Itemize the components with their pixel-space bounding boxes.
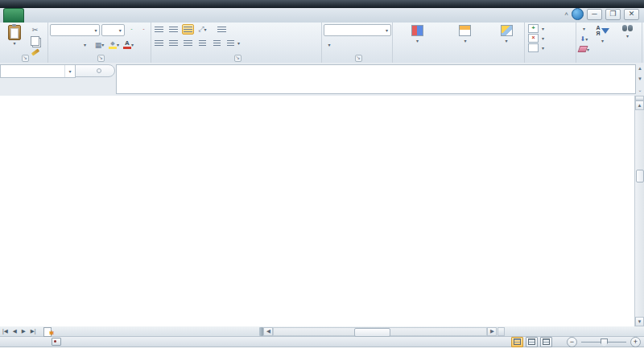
format-cells-button[interactable]: ▾ bbox=[526, 43, 574, 52]
bold-button[interactable] bbox=[50, 39, 62, 50]
align-center-icon[interactable] bbox=[167, 38, 180, 48]
close-icon[interactable]: ✕ bbox=[624, 9, 639, 20]
insert-cells-button[interactable]: +▾ bbox=[526, 24, 574, 33]
page-break-view-button[interactable] bbox=[540, 337, 552, 347]
align-bottom-icon[interactable] bbox=[182, 24, 194, 35]
insert-cells-icon: + bbox=[528, 24, 539, 33]
scroll-right-icon[interactable]: ▶ bbox=[487, 327, 497, 336]
fx-area bbox=[75, 64, 115, 77]
help-icon[interactable] bbox=[572, 8, 584, 20]
find-select-button[interactable]: ▾ bbox=[615, 24, 640, 54]
cells-group: +▾ ×▾ ▾ bbox=[525, 23, 576, 63]
first-sheet-icon[interactable]: |◀ bbox=[0, 326, 10, 336]
autosum-icon[interactable]: ▾ bbox=[578, 24, 590, 34]
formula-bar: ▾ ▲▼⌄ bbox=[0, 63, 644, 96]
zoom-slider[interactable] bbox=[581, 338, 626, 347]
zoom-out-icon[interactable]: − bbox=[567, 337, 577, 347]
orientation-icon[interactable]: ⤢▾ bbox=[196, 24, 208, 35]
percent-style-icon[interactable] bbox=[337, 39, 349, 50]
alignment-dialog-launcher-icon[interactable]: ↘ bbox=[234, 55, 242, 62]
underline-button[interactable]: ▾ bbox=[79, 39, 91, 50]
sort-filter-button[interactable]: АЯ ▾ bbox=[590, 24, 615, 54]
copy-icon[interactable] bbox=[29, 35, 41, 46]
increase-decimal-icon[interactable] bbox=[365, 39, 377, 50]
clipboard-dialog-launcher-icon[interactable]: ↘ bbox=[22, 55, 29, 62]
binoculars-icon bbox=[622, 25, 633, 31]
merge-center-icon bbox=[227, 40, 234, 47]
font-dialog-launcher-icon[interactable]: ↘ bbox=[97, 55, 105, 62]
number-format-combo[interactable]: ▾ bbox=[324, 24, 391, 36]
format-as-table-button[interactable]: ▾ bbox=[440, 24, 490, 54]
vertical-scroll-thumb[interactable] bbox=[636, 170, 644, 183]
vertical-scrollbar[interactable]: ▲ ▼ bbox=[634, 96, 644, 326]
clear-icon[interactable]: ▾ bbox=[578, 44, 590, 54]
expand-formula-bar-icon: ⌄ bbox=[638, 87, 642, 92]
name-box[interactable]: ▾ bbox=[0, 64, 76, 78]
prev-sheet-icon[interactable]: ◀ bbox=[10, 326, 19, 336]
macro-record-icon[interactable] bbox=[52, 338, 61, 346]
file-tab[interactable] bbox=[3, 8, 24, 23]
fill-color-icon[interactable]: ◆▾ bbox=[108, 39, 120, 50]
minimize-ribbon-icon[interactable]: ˄ bbox=[564, 10, 568, 18]
align-middle-icon[interactable] bbox=[167, 24, 180, 35]
styles-group: ▾ ▾ ▾ bbox=[393, 23, 525, 63]
align-top-icon[interactable] bbox=[153, 24, 165, 35]
next-sheet-icon[interactable]: ▶ bbox=[19, 326, 28, 336]
decrease-indent-icon[interactable] bbox=[196, 38, 208, 48]
last-sheet-icon[interactable]: ▶| bbox=[28, 326, 39, 336]
shrink-font-icon[interactable]: ˇ bbox=[138, 25, 149, 35]
horizontal-scroll-thumb[interactable] bbox=[354, 328, 390, 337]
merge-center-button[interactable]: ▾ bbox=[225, 40, 242, 47]
horizontal-scrollbar[interactable]: ◀ ▶ bbox=[263, 327, 505, 336]
zoom-slider-thumb[interactable] bbox=[601, 338, 608, 347]
title-bar bbox=[0, 0, 644, 8]
align-right-icon[interactable] bbox=[182, 38, 194, 48]
number-dialog-launcher-icon[interactable]: ↘ bbox=[355, 55, 362, 62]
scroll-down-icon[interactable]: ▼ bbox=[635, 317, 644, 326]
italic-button[interactable] bbox=[64, 39, 76, 50]
formula-bar-scroll[interactable]: ▲▼⌄ bbox=[636, 64, 644, 94]
wrap-text-button[interactable] bbox=[216, 27, 229, 33]
dropdown-arrow-icon: ▾ bbox=[13, 40, 15, 46]
name-box-dropdown-icon[interactable]: ▾ bbox=[64, 65, 75, 77]
cut-icon[interactable]: ✂ bbox=[29, 24, 41, 35]
grow-font-icon[interactable]: ˆ bbox=[126, 25, 137, 35]
scroll-left-icon[interactable]: ◀ bbox=[263, 327, 273, 336]
spreadsheet-grid bbox=[0, 96, 634, 326]
horizontal-split-handle[interactable] bbox=[497, 327, 505, 336]
number-group: ▾ ▾ ↘ bbox=[322, 23, 393, 63]
font-size-combo[interactable]: ▾ bbox=[101, 24, 124, 36]
format-cells-icon bbox=[528, 43, 539, 52]
minimize-icon[interactable]: ─ bbox=[587, 9, 602, 20]
align-left-icon[interactable] bbox=[153, 38, 165, 48]
zoom-in-icon[interactable]: + bbox=[630, 337, 641, 347]
insert-worksheet-icon[interactable]: ✱ bbox=[43, 327, 54, 336]
font-color-icon[interactable]: А▾ bbox=[122, 39, 134, 50]
restore-icon[interactable]: ❐ bbox=[605, 9, 621, 20]
paste-button[interactable]: ▾ bbox=[2, 24, 27, 53]
increase-indent-icon[interactable] bbox=[211, 38, 223, 48]
fill-icon[interactable]: ⬇▾ bbox=[578, 35, 590, 44]
conditional-formatting-icon bbox=[411, 25, 423, 36]
page-layout-view-button[interactable] bbox=[526, 337, 538, 347]
window-background bbox=[0, 347, 644, 361]
window-controls: ˄ ─ ❐ ✕ bbox=[564, 8, 644, 23]
font-name-combo[interactable]: ▾ bbox=[50, 24, 100, 36]
currency-format-icon[interactable]: ▾ bbox=[324, 39, 335, 50]
formula-input[interactable] bbox=[116, 64, 636, 94]
decrease-decimal-icon[interactable] bbox=[379, 39, 390, 50]
fx-divider-icon bbox=[97, 68, 101, 73]
conditional-formatting-button[interactable]: ▾ bbox=[394, 24, 440, 54]
scroll-up-icon[interactable]: ▲ bbox=[635, 101, 644, 110]
cell-styles-button[interactable]: ▾ bbox=[490, 24, 522, 54]
alignment-group: ⤢▾ ▾ ↘ bbox=[151, 23, 322, 63]
ribbon-tab-bar: ˄ ─ ❐ ✕ bbox=[0, 8, 644, 23]
excel-window: ˄ ─ ❐ ✕ ▾ ✂ ↘ bbox=[0, 0, 644, 361]
wrap-text-icon bbox=[217, 27, 226, 33]
clipboard-group: ▾ ✂ ↘ bbox=[0, 23, 48, 63]
comma-style-icon[interactable] bbox=[351, 39, 362, 50]
normal-view-button[interactable] bbox=[511, 337, 523, 347]
borders-icon[interactable]: ▦▾ bbox=[93, 39, 105, 50]
delete-cells-button[interactable]: ×▾ bbox=[526, 34, 574, 43]
ribbon: ▾ ✂ ↘ ▾ ▾ ˆ ˇ ▾ ▦▾ ◆▾ bbox=[0, 23, 644, 64]
